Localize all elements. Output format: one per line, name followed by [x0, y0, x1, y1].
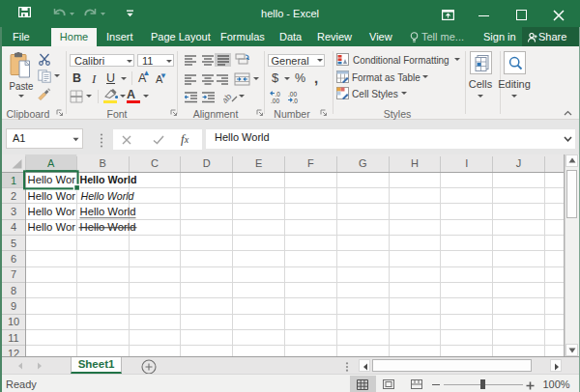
svg-text:.00: .00 — [288, 91, 297, 98]
svg-text:Hello Wor: Hello Wor — [28, 221, 76, 233]
svg-text:ab: ab — [223, 92, 233, 104]
svg-text:G: G — [359, 157, 367, 169]
svg-text:4: 4 — [11, 221, 16, 233]
svg-text:Hello Wor: Hello Wor — [28, 174, 76, 185]
svg-text:6: 6 — [11, 253, 16, 265]
svg-text:F: F — [307, 157, 314, 169]
svg-text:C: C — [151, 157, 159, 169]
svg-text:Hello Wor: Hello Wor — [28, 206, 76, 217]
svg-text:Hello Wor: Hello Wor — [28, 189, 76, 201]
svg-text:3: 3 — [11, 206, 16, 217]
svg-text:11: 11 — [8, 331, 18, 343]
svg-text:.00: .00 — [271, 98, 279, 104]
svg-text:A: A — [47, 157, 55, 169]
svg-text:Hello World: Hello World — [80, 174, 137, 185]
svg-text:D: D — [203, 157, 211, 169]
svg-text:Hello World: Hello World — [80, 206, 136, 217]
svg-text:1: 1 — [11, 174, 16, 185]
svg-text:B: B — [100, 157, 106, 169]
svg-text:9: 9 — [11, 299, 16, 311]
svg-text:12: 12 — [8, 347, 19, 355]
svg-text:J: J — [516, 157, 522, 169]
svg-text:H: H — [411, 157, 419, 169]
svg-text:.0: .0 — [276, 91, 281, 98]
svg-text:2: 2 — [11, 189, 16, 201]
svg-text:I: I — [465, 157, 468, 169]
svg-text:5: 5 — [11, 237, 16, 248]
svg-text:7: 7 — [11, 268, 16, 280]
svg-text:8: 8 — [11, 284, 16, 295]
svg-text:10: 10 — [8, 316, 19, 327]
svg-text:.0: .0 — [293, 98, 299, 104]
svg-text:E: E — [255, 157, 262, 169]
svg-text:Hello World: Hello World — [81, 189, 135, 201]
